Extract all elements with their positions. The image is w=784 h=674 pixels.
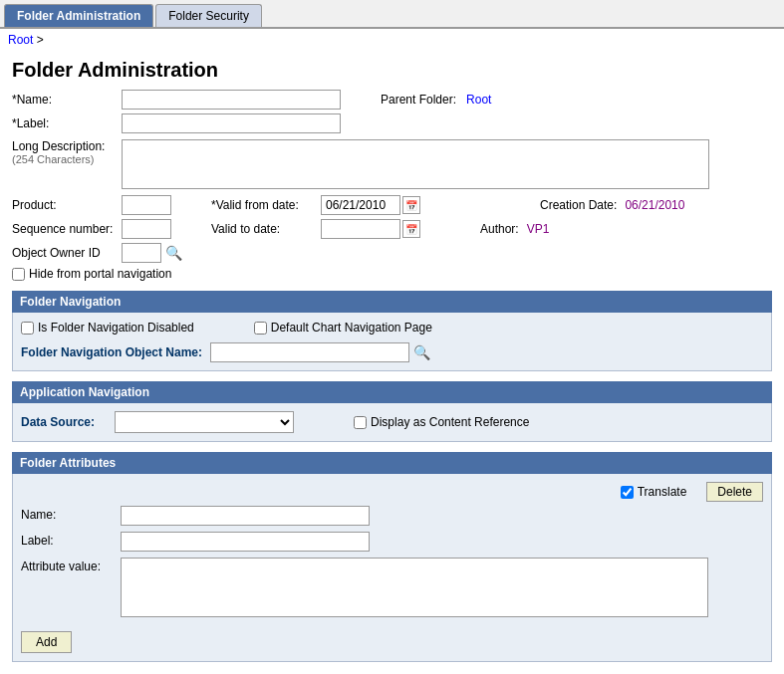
label-input[interactable]	[122, 113, 341, 133]
folder-attributes-body: Translate Delete Name: Label: Attribute …	[12, 474, 772, 662]
attr-label-row: Label:	[21, 532, 763, 552]
folder-navigation-header: Folder Navigation	[12, 291, 772, 313]
parent-folder-value: Root	[466, 93, 491, 107]
valid-from-input[interactable]	[321, 195, 400, 215]
valid-to-calendar-icon[interactable]: 📅	[402, 220, 420, 238]
data-source-label: Data Source:	[21, 415, 95, 429]
folder-nav-object-row: Folder Navigation Object Name: 🔍	[21, 342, 763, 362]
sequence-label: Sequence number:	[12, 222, 122, 236]
hide-portal-row: Hide from portal navigation	[12, 267, 772, 281]
name-label: *Name:	[12, 93, 122, 107]
valid-to-label: Valid to date:	[211, 222, 321, 236]
attr-name-input[interactable]	[121, 506, 370, 526]
author-label: Author:	[480, 222, 519, 236]
translate-label: Translate	[638, 485, 687, 499]
long-desc-label: Long Description:	[12, 139, 122, 153]
folder-navigation-body: Is Folder Navigation Disabled Default Ch…	[12, 313, 772, 371]
folder-nav-object-label: Folder Navigation Object Name:	[21, 345, 202, 359]
data-source-select[interactable]: Option 1 Option 2	[115, 411, 294, 433]
valid-from-calendar-icon[interactable]: 📅	[402, 196, 420, 214]
folder-nav-object-input[interactable]	[210, 342, 409, 362]
default-chart-group: Default Chart Navigation Page	[254, 321, 432, 335]
valid-to-input[interactable]	[321, 219, 400, 239]
product-label: Product:	[12, 198, 122, 212]
creation-date-label: Creation Date:	[540, 198, 617, 212]
object-owner-input[interactable]	[122, 243, 161, 263]
is-disabled-label: Is Folder Navigation Disabled	[38, 321, 194, 335]
object-owner-search-icon[interactable]: 🔍	[165, 245, 182, 261]
valid-from-label: *Valid from date:	[211, 198, 321, 212]
hide-portal-checkbox[interactable]	[12, 268, 25, 281]
attr-name-label: Name:	[21, 506, 121, 522]
creation-date-value: 06/21/2010	[625, 198, 684, 212]
page-title: Folder Administration	[0, 51, 784, 90]
delete-button[interactable]: Delete	[706, 482, 763, 502]
add-button[interactable]: Add	[21, 631, 72, 653]
attr-name-row: Name:	[21, 506, 763, 526]
char-count-note: (254 Characters)	[12, 153, 122, 165]
translate-group: Translate	[621, 485, 687, 499]
is-disabled-group: Is Folder Navigation Disabled	[21, 321, 194, 335]
folder-nav-search-icon[interactable]: 🔍	[413, 344, 430, 360]
author-value: VP1	[527, 222, 550, 236]
is-folder-nav-disabled-checkbox[interactable]	[21, 322, 34, 335]
sequence-date-author-row: Sequence number: Valid to date: 📅 Author…	[12, 219, 772, 239]
default-chart-label: Default Chart Navigation Page	[271, 321, 432, 335]
breadcrumb-root-link[interactable]: Root	[8, 33, 33, 47]
attr-value-label: Attribute value:	[21, 558, 121, 573]
breadcrumb: Root >	[0, 29, 784, 51]
display-content-group: Display as Content Reference	[354, 415, 529, 429]
attr-value-row: Attribute value:	[21, 558, 763, 617]
attr-label-input[interactable]	[121, 532, 370, 552]
name-row: *Name: Parent Folder: Root	[12, 90, 772, 110]
long-desc-row: Long Description: (254 Characters)	[12, 139, 772, 189]
attr-value-textarea[interactable]	[121, 558, 708, 617]
tab-folder-administration[interactable]: Folder Administration	[4, 4, 153, 27]
label-label: *Label:	[12, 116, 122, 130]
object-owner-label: Object Owner ID	[12, 246, 122, 260]
application-navigation-body: Data Source: Option 1 Option 2 Display a…	[12, 403, 772, 442]
product-date-row: Product: *Valid from date: 📅 Creation Da…	[12, 195, 772, 215]
name-input[interactable]	[122, 90, 341, 110]
display-content-checkbox[interactable]	[354, 416, 367, 429]
breadcrumb-separator: >	[37, 33, 44, 47]
tab-folder-security[interactable]: Folder Security	[155, 4, 262, 27]
translate-checkbox[interactable]	[621, 486, 634, 499]
default-chart-checkbox[interactable]	[254, 322, 267, 335]
long-desc-textarea[interactable]	[122, 139, 709, 189]
label-row: *Label:	[12, 113, 772, 133]
application-navigation-header: Application Navigation	[12, 381, 772, 403]
hide-portal-label: Hide from portal navigation	[29, 267, 171, 281]
product-input[interactable]	[122, 195, 171, 215]
display-content-label: Display as Content Reference	[371, 415, 529, 429]
sequence-input[interactable]	[122, 219, 171, 239]
attr-label-label: Label:	[21, 532, 121, 548]
parent-folder-label: Parent Folder:	[381, 93, 456, 107]
translate-delete-row: Translate Delete	[21, 482, 763, 502]
object-owner-row: Object Owner ID 🔍	[12, 243, 772, 263]
folder-attributes-header: Folder Attributes	[12, 452, 772, 474]
main-content: *Name: Parent Folder: Root *Label: Long …	[0, 90, 784, 674]
folder-nav-checkboxes-row: Is Folder Navigation Disabled Default Ch…	[21, 321, 763, 335]
app-nav-row: Data Source: Option 1 Option 2 Display a…	[21, 411, 763, 433]
tab-bar: Folder Administration Folder Security	[0, 0, 784, 29]
